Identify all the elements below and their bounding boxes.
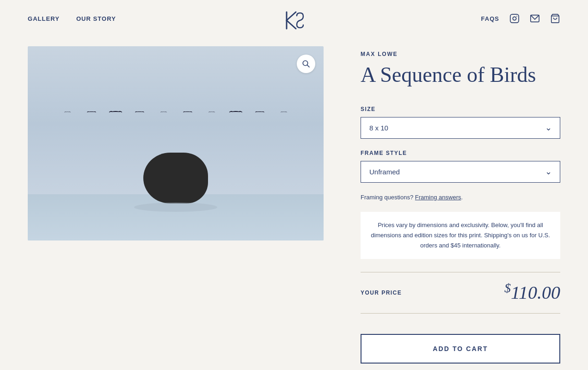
frame-select[interactable]: Unframed Black Frame White Frame Natural… [361, 161, 560, 183]
your-price-label: YOUR PRICE [361, 290, 402, 296]
price-row: YOUR PRICE $110.00 [361, 282, 560, 303]
bird-4 [137, 111, 143, 113]
pricing-info: Prices vary by dimensions and exclusivit… [361, 212, 560, 259]
bird-10 [282, 111, 286, 113]
price-divider [361, 272, 560, 272]
image-panel [28, 46, 324, 240]
svg-point-4 [513, 17, 516, 20]
nav-left: GALLERY OUR STORY [28, 15, 116, 22]
product-image [28, 46, 324, 240]
cart-divider [361, 313, 560, 314]
bird-1 [66, 111, 70, 113]
magnify-button[interactable] [297, 55, 315, 73]
framing-answers-link[interactable]: Framing answers [415, 194, 461, 201]
bird-7 [210, 111, 214, 113]
price-dollar-sign: $ [504, 281, 511, 295]
size-select[interactable]: 8 x 10 11 x 14 16 x 20 20 x 24 24 x 30 [361, 117, 560, 139]
size-label: SIZE [361, 106, 560, 112]
cart-icon[interactable] [550, 13, 560, 24]
svg-point-5 [516, 16, 517, 17]
size-select-wrapper: 8 x 10 11 x 14 16 x 20 20 x 24 24 x 30 ⌄ [361, 117, 560, 139]
svg-line-2 [287, 20, 296, 29]
product-title: A Sequence of Birds [361, 63, 560, 87]
bird-6 [185, 111, 191, 113]
bird-2 [89, 111, 95, 113]
nav-our-story[interactable]: OUR STORY [76, 15, 116, 22]
site-header: GALLERY OUR STORY FAQS [0, 0, 588, 37]
bird-5 [162, 111, 166, 113]
bird-3 [111, 111, 120, 113]
header-icons: FAQS [481, 13, 560, 24]
site-logo[interactable] [283, 8, 305, 34]
add-to-cart-button[interactable]: ADD TO CART [361, 334, 560, 364]
framing-note: Framing questions? Framing answers. [361, 194, 560, 201]
bird-9 [257, 111, 263, 113]
artist-name: MAX LOWE [361, 51, 560, 57]
product-panel: MAX LOWE A Sequence of Birds SIZE 8 x 10… [361, 46, 560, 364]
svg-line-9 [307, 65, 310, 68]
faqs-link[interactable]: FAQS [481, 15, 499, 22]
main-content: MAX LOWE A Sequence of Birds SIZE 8 x 10… [0, 37, 588, 370]
birds-row [55, 111, 296, 113]
frame-label: FRAME STYLE [361, 150, 560, 156]
price-value: $110.00 [504, 282, 560, 303]
bird-8 [232, 111, 240, 113]
svg-rect-3 [510, 14, 519, 23]
svg-point-8 [303, 61, 308, 66]
svg-line-1 [287, 12, 296, 20]
nav-gallery[interactable]: GALLERY [28, 15, 60, 22]
frame-select-wrapper: Unframed Black Frame White Frame Natural… [361, 161, 560, 183]
instagram-icon[interactable] [509, 13, 520, 24]
price-number: 110.00 [511, 283, 560, 303]
mail-icon[interactable] [530, 13, 540, 24]
rock-element [143, 153, 208, 204]
